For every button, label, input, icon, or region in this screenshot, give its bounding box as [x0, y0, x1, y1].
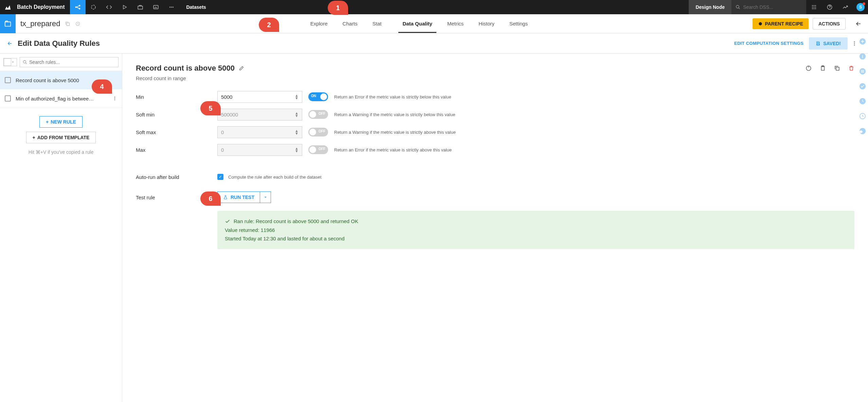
row-min: Min 5000▲▼ ON Return an Error if the met… — [136, 90, 854, 104]
tab-charts[interactable]: Charts — [335, 14, 365, 33]
actions-button[interactable]: ACTIONS — [813, 18, 846, 30]
tab-metrics[interactable]: Metrics — [440, 14, 471, 33]
spinner-icon[interactable]: ▲▼ — [295, 112, 299, 117]
dashboard-icon[interactable] — [148, 0, 164, 14]
save-icon — [816, 41, 820, 46]
rule-menu[interactable] — [112, 96, 117, 101]
run-test-dropdown[interactable] — [260, 191, 271, 203]
min-input[interactable]: 5000▲▼ — [217, 91, 302, 103]
rail-history-icon[interactable] — [858, 97, 867, 105]
rule-editor: Record count is above 5000 Record count … — [122, 54, 868, 402]
play-icon[interactable] — [117, 0, 132, 14]
rules-search-input[interactable] — [29, 59, 115, 65]
rules-search[interactable] — [20, 57, 119, 67]
row-autorun: Auto-run after build ✓ Compute the rule … — [136, 170, 854, 184]
dataset-tabs: Explore Charts Stat Data Quality Metrics… — [303, 14, 535, 33]
delete-icon[interactable] — [848, 65, 854, 71]
tab-explore[interactable]: Explore — [303, 14, 335, 33]
code-icon[interactable] — [101, 0, 117, 14]
content-area: Record count is above 5000 Min of author… — [0, 54, 868, 402]
user-avatar[interactable]: S — [856, 3, 865, 11]
tab-data-quality[interactable]: Data Quality — [395, 14, 440, 33]
saved-button[interactable]: SAVED! — [809, 37, 848, 50]
result-line3: Started Today at 12:30 and lasted for ab… — [225, 234, 847, 243]
softmax-toggle[interactable]: OFF — [308, 128, 328, 136]
circle-icon[interactable] — [86, 0, 101, 14]
rule-item[interactable]: Min of authorized_flag is betwee… — [0, 89, 122, 108]
softmin-input[interactable]: 500000▲▼ — [217, 109, 302, 121]
dataset-name[interactable]: tx_prepared — [16, 19, 65, 28]
app-logo[interactable] — [0, 3, 16, 11]
spinner-icon[interactable]: ▲▼ — [295, 94, 299, 99]
activity-icon[interactable] — [837, 0, 853, 14]
svg-point-8 — [173, 7, 174, 8]
paste-icon[interactable] — [820, 65, 826, 71]
svg-point-27 — [23, 60, 26, 63]
run-test-button[interactable]: RUN TEST — [217, 191, 271, 203]
tab-statistics[interactable]: Stat — [365, 14, 395, 33]
min-toggle[interactable]: ON — [308, 92, 328, 101]
softmax-input[interactable]: 0▲▼ — [217, 126, 302, 138]
spinner-icon[interactable]: ▲▼ — [295, 129, 299, 135]
svg-point-1 — [79, 5, 80, 6]
tab-history[interactable]: History — [471, 14, 502, 33]
rail-check-icon[interactable] — [858, 82, 867, 90]
rail-list-icon[interactable] — [858, 67, 867, 75]
more-icon[interactable] — [164, 0, 179, 14]
briefcase-icon[interactable] — [132, 0, 148, 14]
rule-checkbox[interactable] — [5, 77, 11, 83]
svg-point-29 — [114, 98, 115, 99]
spinner-icon[interactable]: ▲▼ — [295, 147, 299, 152]
svg-point-17 — [814, 8, 815, 9]
svg-point-2 — [79, 8, 80, 10]
softmax-desc: Return a Warning if the metric value is … — [334, 130, 456, 135]
add-from-template-button[interactable]: +ADD FROM TEMPLATE — [26, 132, 96, 143]
project-name[interactable]: Batch Deployment — [16, 4, 70, 10]
svg-rect-21 — [67, 23, 70, 25]
search-input[interactable] — [743, 4, 802, 10]
flow-icon[interactable] — [70, 0, 86, 14]
tab-datasets[interactable]: Datasets — [179, 0, 213, 14]
rule-item[interactable]: Record count is above 5000 — [0, 71, 122, 89]
copy-icon[interactable] — [834, 65, 840, 71]
apps-icon[interactable] — [806, 0, 822, 14]
toggle-icon[interactable] — [806, 65, 812, 71]
back-arrow[interactable] — [849, 20, 868, 27]
rule-checkbox[interactable] — [5, 95, 11, 102]
rail-chat-icon[interactable] — [858, 127, 867, 135]
copy-icon[interactable] — [65, 21, 70, 26]
tab-settings[interactable]: Settings — [502, 14, 535, 33]
search-icon — [23, 60, 27, 65]
svg-point-15 — [815, 7, 816, 8]
edit-title-icon[interactable] — [239, 66, 244, 71]
refresh-icon[interactable] — [75, 21, 80, 26]
min-desc: Return an Error if the metric value is s… — [334, 94, 451, 99]
edit-computation-settings[interactable]: EDIT COMPUTATION SETTINGS — [734, 41, 803, 46]
right-rail: i — [857, 34, 868, 135]
svg-point-12 — [815, 5, 816, 6]
select-all-checkbox[interactable] — [3, 58, 17, 66]
new-rule-button[interactable]: +NEW RULE — [39, 116, 83, 128]
svg-point-9 — [736, 5, 739, 8]
softmin-desc: Return a Warning if the metric value is … — [334, 112, 455, 117]
design-node-label[interactable]: Design Node — [689, 0, 731, 14]
parent-recipe-button[interactable]: PARENT RECIPE — [753, 18, 809, 29]
softmin-label: Soft min — [136, 112, 217, 117]
svg-point-25 — [854, 43, 855, 44]
plus-icon: + — [33, 135, 35, 140]
rail-add-icon[interactable] — [858, 37, 867, 45]
rail-info-icon[interactable]: i — [858, 52, 867, 60]
dataset-icon[interactable] — [0, 14, 16, 33]
svg-point-14 — [814, 7, 815, 8]
autorun-checkbox[interactable]: ✓ — [217, 174, 223, 180]
rail-clock-icon[interactable] — [858, 112, 867, 120]
help-icon[interactable] — [822, 0, 837, 14]
svg-point-28 — [114, 97, 115, 97]
max-input[interactable]: 0▲▼ — [217, 144, 302, 156]
max-toggle[interactable]: OFF — [308, 145, 328, 154]
global-search[interactable] — [731, 0, 806, 14]
softmin-toggle[interactable]: OFF — [308, 110, 328, 119]
back-link[interactable] — [7, 40, 13, 47]
max-desc: Return an Error if the metric value is s… — [334, 147, 452, 152]
rule-label: Min of authorized_flag is betwee… — [16, 96, 108, 102]
